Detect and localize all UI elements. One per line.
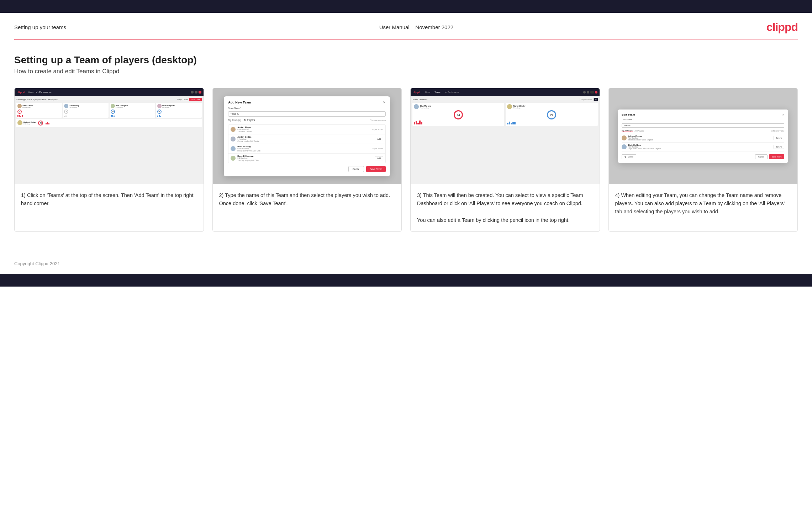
card-4: Edit Team ✕ Team Name * My Team (2) All …	[608, 88, 798, 232]
ss2-add-btn-4[interactable]: Add	[375, 156, 383, 160]
screenshot-1: clippd Home My Performance	[15, 88, 204, 184]
screenshot-3: clippd Home Teams My Performance	[411, 88, 600, 184]
card-1: clippd Home My Performance	[14, 88, 204, 232]
main-content: Setting up a Team of players (desktop) H…	[0, 40, 812, 257]
ss2-player-row-1: Adrian Player Plus HandicapThe Shire Lon…	[228, 125, 385, 134]
screenshot-4: Edit Team ✕ Team Name * My Team (2) All …	[609, 88, 798, 184]
ss2-player-row-3: Blair McHarg Plus HandicapRoyal North De…	[228, 144, 385, 154]
ss3-body: Team A Dashboard Player Details ✏	[411, 96, 600, 184]
ss4-team-name-input[interactable]	[622, 123, 784, 128]
ss1-logo: clippd	[17, 91, 25, 94]
ss1-nav-items: Home My Performance	[28, 91, 52, 93]
ss2-team-name-label: Team Name *	[228, 107, 386, 109]
footer: Copyright Clippd 2021	[0, 257, 812, 274]
ss2-add-btn-2[interactable]: Add	[375, 137, 383, 141]
ss1-add-team-btn[interactable]: + Add Team	[189, 98, 201, 101]
ss2-player-row-2: Adrian Coliba 1 HandicapCentral London G…	[228, 134, 385, 144]
ss1-body: Showing 5 out of 9 players from: All Pla…	[15, 96, 204, 184]
ss4-player-detail-1: Plus HandicapThe Shire London, United Ki…	[628, 137, 774, 141]
ss1-nav-home: Home	[28, 91, 34, 93]
ss4-tab-all-players[interactable]: All Players	[635, 130, 644, 132]
ss2-close-icon[interactable]: ✕	[383, 101, 386, 104]
ss2-player-detail-3: Plus HandicapRoyal North Devon Golf Club	[237, 148, 371, 152]
ss3-nav: clippd Home Teams My Performance	[411, 88, 600, 96]
ss2-player-detail-1: Plus HandicapThe Shire London	[237, 128, 371, 133]
ss4-player-row-1: Adrian Player Plus HandicapThe Shire Lon…	[622, 134, 784, 143]
ss4-cancel-button[interactable]: Cancel	[755, 154, 768, 159]
cards-grid: clippd Home My Performance	[14, 88, 798, 232]
header-left-text: Setting up your teams	[14, 24, 66, 30]
ss1-body-title: Showing 5 out of 9 players from: All Pla…	[16, 98, 58, 101]
ss4-footer: 🗑 Delete Cancel Save Team	[622, 154, 784, 159]
card-3-text: 3) This Team will then be created. You c…	[411, 184, 600, 231]
ss2-player-detail-2: 1 HandicapCentral London Golf Centre	[237, 138, 375, 142]
copyright-text: Copyright Clippd 2021	[14, 261, 60, 266]
ss4-save-team-button[interactable]: Save Team	[769, 154, 784, 159]
bottom-bar	[0, 274, 812, 287]
screenshot-2: Add New Team ✕ Team Name * My Team (2) A…	[213, 88, 402, 184]
top-bar	[0, 0, 812, 13]
card-2-text: 2) Type the name of this Team and then s…	[213, 184, 402, 231]
ss2-tab-my-team[interactable]: My Team (2)	[228, 119, 241, 122]
clippd-logo: clippd	[766, 21, 798, 34]
header: Setting up your teams User Manual – Nove…	[0, 13, 812, 39]
ss4-team-name-label: Team Name *	[622, 118, 784, 121]
ss4-close-icon[interactable]: ✕	[782, 113, 784, 116]
header-center-text: User Manual – November 2022	[379, 24, 453, 30]
ss4-dialog-title: Edit Team	[622, 113, 635, 116]
ss4-edit-team-dialog: Edit Team ✕ Team Name * My Team (2) All …	[618, 110, 788, 163]
ss2-tab-all-players[interactable]: All Players	[244, 119, 255, 122]
ss4-filter-label: ☐ Filter by name	[771, 130, 784, 132]
ss4-remove-btn-1[interactable]: Remove	[774, 136, 785, 140]
ss2-footer: Cancel Save Team	[228, 166, 386, 172]
ss2-player-row-4: Dave Billingham 3.9 HandicapThe Dog Magi…	[228, 154, 385, 163]
card-2: Add New Team ✕ Team Name * My Team (2) A…	[212, 88, 402, 232]
ss4-remove-btn-2[interactable]: Remove	[774, 145, 785, 149]
ss2-team-name-input[interactable]	[228, 111, 386, 117]
ss2-cancel-button[interactable]: Cancel	[348, 166, 364, 172]
ss4-player-row-2: Blair McHarg Plus HandicapRoyal North De…	[622, 143, 784, 151]
ss4-tab-my-team[interactable]: My Team (2)	[622, 129, 632, 132]
ss2-tabs: My Team (2) All Players ☐ Filter by name	[228, 119, 386, 122]
card-1-text: 1) Click on 'Teams' at the top of the sc…	[15, 184, 204, 231]
ss2-player-action-1: Player Added	[371, 128, 383, 130]
page-subtitle: How to create and edit Teams in Clippd	[14, 68, 798, 75]
ss2-player-list: Adrian Player Plus HandicapThe Shire Lon…	[228, 124, 386, 163]
card-3: clippd Home Teams My Performance	[410, 88, 600, 232]
ss2-filter-label: ☐ Filter by name	[370, 119, 386, 122]
card-4-text: 4) When editing your Team, you can chang…	[609, 184, 798, 231]
ss4-player-detail-2: Plus HandicapRoyal North Devon Golf Club…	[628, 146, 774, 150]
ss4-tabs: My Team (2) All Players ☐ Filter by name	[622, 129, 784, 132]
page-title: Setting up a Team of players (desktop)	[14, 54, 798, 66]
ss2-player-detail-4: 3.9 HandicapThe Dog Maging Golf Club	[237, 157, 375, 161]
ss2-player-action-3: Player Added	[371, 148, 383, 150]
ss2-save-team-button[interactable]: Save Team	[366, 166, 386, 172]
ss1-nav: clippd Home My Performance	[15, 88, 204, 96]
ss2-dialog-title: Add New Team	[228, 101, 251, 104]
ss2-add-new-team-dialog: Add New Team ✕ Team Name * My Team (2) A…	[224, 96, 390, 176]
ss1-nav-teams: My Performance	[36, 91, 52, 93]
ss4-delete-button[interactable]: 🗑 Delete	[622, 154, 636, 159]
trash-icon: 🗑	[624, 156, 627, 158]
ss4-player-list: Adrian Player Plus HandicapThe Shire Lon…	[622, 134, 784, 151]
